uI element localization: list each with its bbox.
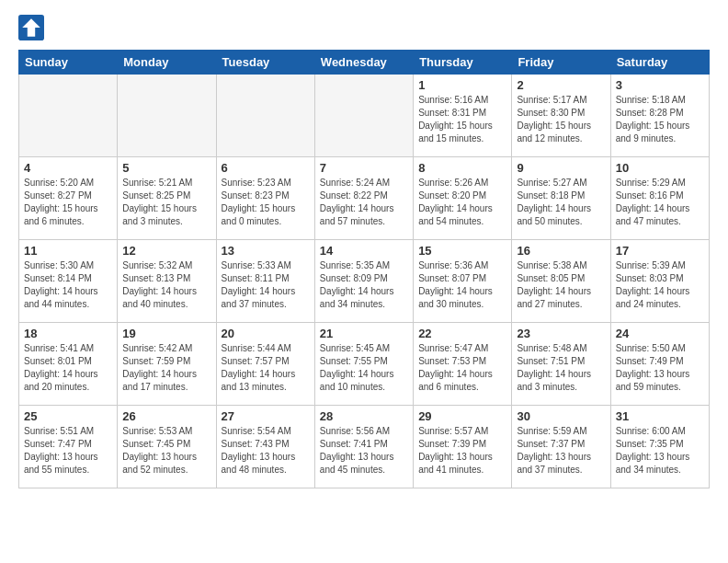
day-content: Sunrise: 5:44 AM Sunset: 7:57 PM Dayligh… bbox=[222, 342, 310, 394]
day-content: Sunrise: 5:17 AM Sunset: 8:30 PM Dayligh… bbox=[517, 94, 605, 145]
day-number: 24 bbox=[616, 327, 704, 340]
calendar-cell: 15Sunrise: 5:36 AM Sunset: 8:07 PM Dayli… bbox=[414, 240, 512, 323]
calendar-cell: 16Sunrise: 5:38 AM Sunset: 8:05 PM Dayli… bbox=[512, 240, 610, 323]
day-content: Sunrise: 5:23 AM Sunset: 8:23 PM Dayligh… bbox=[222, 177, 310, 228]
day-content: Sunrise: 5:32 AM Sunset: 8:13 PM Dayligh… bbox=[122, 259, 210, 311]
day-number: 21 bbox=[320, 327, 408, 340]
day-number: 27 bbox=[222, 409, 310, 423]
day-number: 6 bbox=[222, 161, 310, 175]
calendar-week-row: 18Sunrise: 5:41 AM Sunset: 8:01 PM Dayli… bbox=[19, 323, 710, 406]
day-content: Sunrise: 5:41 AM Sunset: 8:01 PM Dayligh… bbox=[24, 342, 112, 394]
calendar-cell: 28Sunrise: 5:56 AM Sunset: 7:41 PM Dayli… bbox=[314, 406, 413, 488]
day-content: Sunrise: 5:48 AM Sunset: 7:51 PM Dayligh… bbox=[517, 342, 605, 394]
calendar-week-row: 4Sunrise: 5:20 AM Sunset: 8:27 PM Daylig… bbox=[19, 157, 710, 240]
calendar-cell: 23Sunrise: 5:48 AM Sunset: 7:51 PM Dayli… bbox=[512, 323, 610, 406]
day-number: 30 bbox=[517, 409, 605, 423]
day-content: Sunrise: 5:18 AM Sunset: 8:28 PM Dayligh… bbox=[616, 94, 704, 145]
weekday-header-row: SundayMondayTuesdayWednesdayThursdayFrid… bbox=[19, 51, 710, 75]
weekday-header: Sunday bbox=[19, 51, 118, 75]
day-number: 9 bbox=[517, 161, 605, 175]
day-number: 22 bbox=[418, 327, 506, 340]
day-content: Sunrise: 5:30 AM Sunset: 8:14 PM Dayligh… bbox=[24, 259, 112, 311]
day-number: 12 bbox=[122, 244, 210, 258]
weekday-header: Tuesday bbox=[216, 51, 314, 75]
day-number: 1 bbox=[418, 78, 506, 92]
calendar-cell: 21Sunrise: 5:45 AM Sunset: 7:55 PM Dayli… bbox=[314, 323, 413, 406]
day-content: Sunrise: 5:29 AM Sunset: 8:16 PM Dayligh… bbox=[616, 177, 704, 228]
day-content: Sunrise: 5:16 AM Sunset: 8:31 PM Dayligh… bbox=[418, 94, 506, 145]
day-number: 13 bbox=[222, 244, 310, 258]
calendar-cell: 8Sunrise: 5:26 AM Sunset: 8:20 PM Daylig… bbox=[414, 157, 512, 240]
day-content: Sunrise: 5:45 AM Sunset: 7:55 PM Dayligh… bbox=[320, 342, 408, 394]
weekday-header: Wednesday bbox=[314, 51, 413, 75]
calendar-cell: 4Sunrise: 5:20 AM Sunset: 8:27 PM Daylig… bbox=[19, 157, 118, 240]
day-number: 17 bbox=[616, 244, 704, 258]
day-content: Sunrise: 5:35 AM Sunset: 8:09 PM Dayligh… bbox=[320, 259, 408, 311]
calendar-cell: 14Sunrise: 5:35 AM Sunset: 8:09 PM Dayli… bbox=[314, 240, 413, 323]
day-content: Sunrise: 5:21 AM Sunset: 8:25 PM Dayligh… bbox=[122, 177, 210, 228]
calendar-cell: 26Sunrise: 5:53 AM Sunset: 7:45 PM Dayli… bbox=[118, 406, 216, 488]
calendar-cell: 12Sunrise: 5:32 AM Sunset: 8:13 PM Dayli… bbox=[118, 240, 216, 323]
calendar-cell: 5Sunrise: 5:21 AM Sunset: 8:25 PM Daylig… bbox=[118, 157, 216, 240]
calendar-cell bbox=[19, 75, 118, 157]
day-number: 29 bbox=[418, 409, 506, 423]
calendar-cell bbox=[118, 75, 216, 157]
day-number: 8 bbox=[418, 161, 506, 175]
day-number: 3 bbox=[616, 78, 704, 92]
weekday-header: Monday bbox=[118, 51, 216, 75]
calendar-cell: 2Sunrise: 5:17 AM Sunset: 8:30 PM Daylig… bbox=[512, 75, 610, 157]
calendar-cell: 6Sunrise: 5:23 AM Sunset: 8:23 PM Daylig… bbox=[216, 157, 314, 240]
day-number: 26 bbox=[122, 409, 210, 423]
day-number: 18 bbox=[24, 327, 112, 340]
day-content: Sunrise: 6:00 AM Sunset: 7:35 PM Dayligh… bbox=[616, 425, 704, 477]
day-number: 31 bbox=[616, 409, 704, 423]
calendar-cell: 11Sunrise: 5:30 AM Sunset: 8:14 PM Dayli… bbox=[19, 240, 118, 323]
weekday-header: Thursday bbox=[414, 51, 512, 75]
day-number: 25 bbox=[24, 409, 112, 423]
calendar-table: SundayMondayTuesdayWednesdayThursdayFrid… bbox=[18, 50, 710, 488]
day-number: 11 bbox=[24, 244, 112, 258]
day-content: Sunrise: 5:39 AM Sunset: 8:03 PM Dayligh… bbox=[616, 259, 704, 311]
day-number: 16 bbox=[517, 244, 605, 258]
calendar-cell: 31Sunrise: 6:00 AM Sunset: 7:35 PM Dayli… bbox=[610, 406, 709, 488]
day-number: 14 bbox=[320, 244, 408, 258]
logo-icon bbox=[18, 15, 44, 40]
day-number: 28 bbox=[320, 409, 408, 423]
day-content: Sunrise: 5:51 AM Sunset: 7:47 PM Dayligh… bbox=[24, 425, 112, 477]
day-number: 15 bbox=[418, 244, 506, 258]
day-number: 2 bbox=[517, 78, 605, 92]
day-number: 23 bbox=[517, 327, 605, 340]
day-content: Sunrise: 5:47 AM Sunset: 7:53 PM Dayligh… bbox=[418, 342, 506, 394]
calendar-cell: 1Sunrise: 5:16 AM Sunset: 8:31 PM Daylig… bbox=[414, 75, 512, 157]
calendar-cell: 29Sunrise: 5:57 AM Sunset: 7:39 PM Dayli… bbox=[414, 406, 512, 488]
header bbox=[18, 15, 710, 40]
day-content: Sunrise: 5:50 AM Sunset: 7:49 PM Dayligh… bbox=[616, 342, 704, 394]
calendar-cell bbox=[216, 75, 314, 157]
day-content: Sunrise: 5:57 AM Sunset: 7:39 PM Dayligh… bbox=[418, 425, 506, 477]
day-number: 20 bbox=[222, 327, 310, 340]
calendar-cell: 20Sunrise: 5:44 AM Sunset: 7:57 PM Dayli… bbox=[216, 323, 314, 406]
day-number: 5 bbox=[122, 161, 210, 175]
weekday-header: Saturday bbox=[610, 51, 709, 75]
calendar-cell: 17Sunrise: 5:39 AM Sunset: 8:03 PM Dayli… bbox=[610, 240, 709, 323]
day-content: Sunrise: 5:26 AM Sunset: 8:20 PM Dayligh… bbox=[418, 177, 506, 228]
weekday-header: Friday bbox=[512, 51, 610, 75]
day-number: 10 bbox=[616, 161, 704, 175]
day-content: Sunrise: 5:53 AM Sunset: 7:45 PM Dayligh… bbox=[122, 425, 210, 477]
day-content: Sunrise: 5:42 AM Sunset: 7:59 PM Dayligh… bbox=[122, 342, 210, 394]
day-content: Sunrise: 5:56 AM Sunset: 7:41 PM Dayligh… bbox=[320, 425, 408, 477]
day-number: 7 bbox=[320, 161, 408, 175]
day-content: Sunrise: 5:59 AM Sunset: 7:37 PM Dayligh… bbox=[517, 425, 605, 477]
calendar-cell: 24Sunrise: 5:50 AM Sunset: 7:49 PM Dayli… bbox=[610, 323, 709, 406]
calendar-cell: 18Sunrise: 5:41 AM Sunset: 8:01 PM Dayli… bbox=[19, 323, 118, 406]
day-content: Sunrise: 5:36 AM Sunset: 8:07 PM Dayligh… bbox=[418, 259, 506, 311]
day-number: 19 bbox=[122, 327, 210, 340]
day-content: Sunrise: 5:27 AM Sunset: 8:18 PM Dayligh… bbox=[517, 177, 605, 228]
calendar-week-row: 1Sunrise: 5:16 AM Sunset: 8:31 PM Daylig… bbox=[19, 75, 710, 157]
calendar-cell: 25Sunrise: 5:51 AM Sunset: 7:47 PM Dayli… bbox=[19, 406, 118, 488]
calendar-week-row: 25Sunrise: 5:51 AM Sunset: 7:47 PM Dayli… bbox=[19, 406, 710, 488]
day-content: Sunrise: 5:54 AM Sunset: 7:43 PM Dayligh… bbox=[222, 425, 310, 477]
logo bbox=[18, 15, 48, 40]
page-container: SundayMondayTuesdayWednesdayThursdayFrid… bbox=[0, 0, 728, 498]
calendar-cell: 13Sunrise: 5:33 AM Sunset: 8:11 PM Dayli… bbox=[216, 240, 314, 323]
